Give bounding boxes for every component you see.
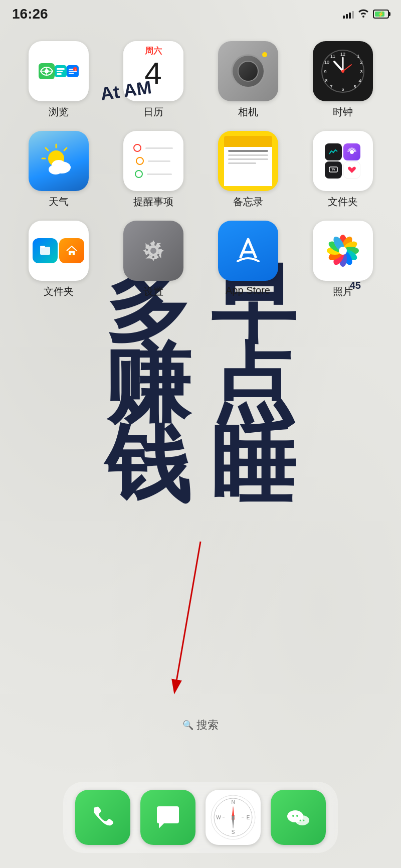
app-appstore-label: App Store — [226, 285, 270, 296]
wifi-icon — [358, 9, 369, 20]
svg-text:8: 8 — [325, 78, 327, 83]
svg-text:2: 2 — [360, 60, 362, 65]
svg-text:7: 7 — [330, 84, 332, 89]
svg-line-30 — [46, 148, 48, 150]
svg-point-35 — [350, 150, 354, 154]
svg-text:TV: TV — [331, 168, 335, 171]
svg-rect-39 — [40, 246, 45, 248]
app-folder1[interactable]: TV 文件夹 — [299, 131, 386, 209]
svg-point-25 — [341, 70, 344, 73]
svg-line-31 — [64, 148, 67, 150]
app-weather-label: 天气 — [49, 195, 69, 209]
svg-point-77 — [300, 820, 301, 821]
app-camera-label: 相机 — [238, 105, 258, 119]
svg-rect-4 — [57, 71, 63, 72]
app-settings[interactable]: 设置 — [110, 221, 196, 298]
status-time: 16:26 — [12, 6, 48, 22]
app-photos[interactable]: 照片 — [299, 221, 386, 298]
svg-text:10: 10 — [324, 60, 329, 65]
dock-messages[interactable] — [140, 790, 195, 845]
svg-point-78 — [303, 820, 305, 821]
app-reminders[interactable]: 提醒事项 — [110, 131, 196, 209]
char-dian: 点 — [211, 341, 296, 426]
search-text: 搜索 — [196, 718, 219, 733]
svg-rect-5 — [57, 73, 62, 75]
red-arrow — [170, 542, 231, 702]
dock-phone[interactable] — [75, 790, 130, 845]
status-bar: 16:26 ⚡ — [0, 0, 401, 26]
app-grid: ! 浏览 周六 4 日历 相机 12 1 — [0, 26, 401, 308]
char-zhuan: 赚 — [105, 341, 190, 426]
signal-icon — [343, 10, 354, 19]
svg-text:11: 11 — [330, 54, 335, 59]
dock-safari[interactable]: N S W E — [206, 790, 261, 845]
svg-text:9: 9 — [324, 69, 326, 74]
app-folder1-label: 文件夹 — [328, 195, 358, 209]
dock: N S W E — [63, 782, 338, 853]
search-bar[interactable]: 🔍 搜索 — [182, 718, 219, 733]
svg-text:W: W — [216, 815, 221, 820]
svg-point-34 — [52, 160, 66, 171]
app-folder2-label: 文件夹 — [44, 285, 74, 298]
app-weather[interactable]: 天气 — [15, 131, 102, 209]
svg-text:5: 5 — [353, 84, 356, 89]
svg-text:N: N — [231, 799, 235, 805]
app-clock[interactable]: 12 1 2 3 4 5 6 7 8 9 10 11 时钟 — [299, 41, 386, 119]
app-appstore[interactable]: App Store — [205, 221, 291, 298]
app-browse[interactable]: ! 浏览 — [15, 41, 102, 119]
appstore-badge: 45 — [350, 280, 361, 291]
appstore-icon — [231, 233, 266, 268]
app-reminders-label: 提醒事项 — [133, 195, 173, 209]
svg-line-60 — [175, 542, 200, 687]
svg-point-58 — [339, 247, 347, 255]
clock-face: 12 1 2 3 4 5 6 7 8 9 10 11 — [320, 49, 365, 94]
svg-point-43 — [150, 248, 156, 254]
app-camera[interactable]: 相机 — [205, 41, 291, 119]
svg-point-76 — [296, 815, 298, 817]
weather-icon — [39, 143, 79, 179]
char-shui: 睡 — [211, 421, 296, 506]
app-settings-label: 设置 — [143, 285, 163, 298]
app-calendar[interactable]: 周六 4 日历 — [110, 41, 196, 119]
svg-text:6: 6 — [341, 87, 344, 92]
dock-wechat[interactable] — [271, 790, 326, 845]
char-qian: 钱 — [105, 421, 190, 506]
svg-text:E: E — [247, 815, 250, 820]
settings-gear — [136, 233, 171, 268]
app-notes-label: 备忘录 — [233, 195, 263, 209]
battery-icon: ⚡ — [373, 10, 389, 19]
svg-point-74 — [295, 815, 309, 825]
svg-rect-41 — [71, 253, 73, 255]
app-folder2[interactable]: 文件夹 — [15, 221, 102, 298]
svg-text:1: 1 — [357, 54, 359, 59]
svg-rect-3 — [57, 68, 65, 70]
app-calendar-label: 日历 — [143, 105, 163, 119]
svg-text:3: 3 — [360, 69, 362, 74]
svg-text:12: 12 — [340, 52, 345, 57]
status-icons: ⚡ — [343, 9, 389, 20]
svg-rect-38 — [40, 247, 50, 255]
svg-text:4: 4 — [358, 78, 361, 83]
app-notes[interactable]: 备忘录 — [205, 131, 291, 209]
svg-text:S: S — [232, 829, 235, 835]
svg-point-75 — [292, 815, 294, 817]
app-clock-label: 时钟 — [333, 105, 353, 119]
app-browse-label: 浏览 — [49, 105, 69, 119]
photos-icon — [323, 231, 363, 271]
search-icon: 🔍 — [182, 720, 193, 731]
